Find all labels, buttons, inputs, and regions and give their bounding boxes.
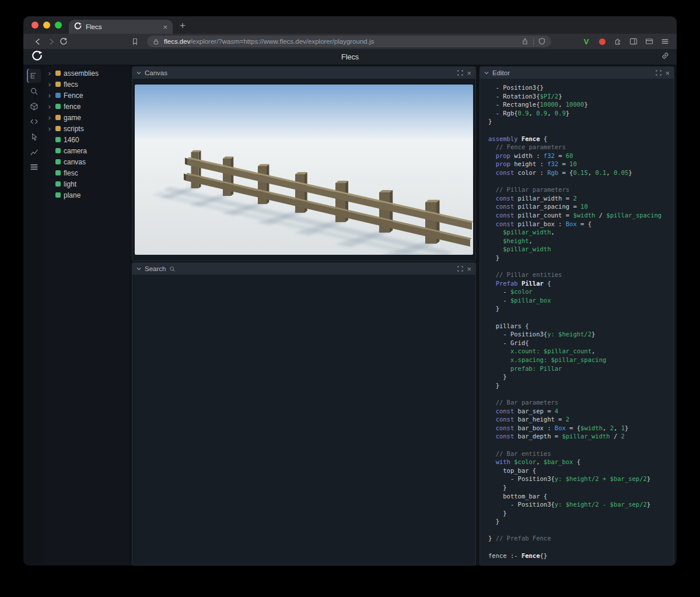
code-editor-icon[interactable] — [27, 114, 41, 128]
tab-close-icon[interactable]: × — [163, 23, 167, 31]
tree-item-game[interactable]: ›game — [44, 112, 130, 123]
reload-button[interactable] — [57, 35, 70, 48]
extension-red-dot-icon[interactable] — [596, 36, 608, 47]
padlock-icon[interactable] — [152, 38, 160, 45]
entity-tree: ›assemblies›flecs›Fence›fence›game›scrip… — [44, 65, 130, 566]
entity-label: flecs — [64, 80, 78, 89]
sidebar-toggle-icon[interactable] — [628, 36, 639, 47]
stats-chart-icon[interactable] — [27, 145, 41, 159]
search-panel-title: Search — [145, 265, 166, 272]
entity-label: light — [64, 180, 76, 188]
back-button[interactable] — [32, 35, 44, 48]
search-panel: Search × — [132, 262, 476, 566]
new-tab-button[interactable]: + — [180, 20, 186, 31]
share-link-icon[interactable] — [661, 51, 670, 62]
tree-item-Fence[interactable]: ›Fence — [44, 90, 130, 101]
query-search-icon[interactable] — [27, 84, 41, 98]
bookmark-icon[interactable] — [128, 35, 141, 48]
cube-entities-icon[interactable] — [27, 99, 41, 113]
editor-panel-title: Editor — [492, 69, 510, 76]
tab-favicon-flecs-icon — [74, 22, 82, 32]
entity-tree-icon[interactable] — [27, 69, 41, 83]
entity-label: canvas — [64, 158, 86, 166]
tab-title: Flecs — [86, 23, 159, 30]
traffic-lights — [23, 22, 69, 34]
close-panel-icon[interactable]: × — [665, 69, 670, 77]
entity-color-dot — [55, 71, 61, 76]
app-header: Flecs — [23, 49, 677, 65]
tree-item-canvas[interactable]: ›canvas — [44, 156, 130, 167]
entity-color-dot — [55, 181, 61, 187]
expand-panel-icon[interactable] — [457, 70, 463, 76]
entity-label: flesc — [64, 169, 78, 177]
editor-panel-header: Editor × — [480, 67, 674, 79]
entity-color-dot — [55, 192, 61, 198]
code-editor[interactable]: - Position3{} - Rotation3{$PI/2} - Recta… — [488, 83, 674, 560]
extensions-puzzle-icon[interactable] — [612, 36, 624, 47]
inspect-cursor-icon[interactable] — [27, 129, 41, 143]
tree-item-camera[interactable]: ›camera — [44, 145, 130, 156]
expand-arrow-icon[interactable]: › — [47, 80, 52, 88]
window-minimize-button[interactable] — [43, 22, 50, 29]
close-panel-icon[interactable]: × — [467, 69, 471, 77]
expand-arrow-icon[interactable]: › — [47, 103, 52, 110]
entity-label: assemblies — [64, 69, 99, 78]
tree-item-assemblies[interactable]: ›assemblies — [44, 68, 130, 79]
tab-strip: Flecs × + — [23, 16, 677, 34]
wallet-icon[interactable] — [643, 36, 655, 47]
tree-item-light[interactable]: ›light — [44, 178, 130, 189]
entity-color-dot — [55, 137, 61, 142]
canvas-panel-body — [132, 79, 475, 261]
editor-panel: Editor × - Position3{} - Rotation3{$PI/2… — [480, 66, 674, 566]
table-rows-icon[interactable] — [27, 160, 41, 174]
search-panel-body — [132, 275, 475, 565]
collapse-chevron-icon[interactable] — [136, 71, 141, 75]
extension-v-icon[interactable]: V — [580, 36, 592, 47]
entity-label: fence — [64, 103, 80, 111]
tree-item-1460[interactable]: ›1460 — [44, 134, 130, 145]
entity-label: 1460 — [64, 136, 79, 144]
expand-arrow-icon[interactable]: › — [47, 92, 52, 99]
page-title: Flecs — [23, 53, 677, 61]
divider — [533, 38, 534, 45]
expand-panel-icon[interactable] — [656, 70, 662, 76]
entity-color-dot — [55, 104, 61, 109]
search-panel-header: Search × — [132, 263, 475, 275]
tree-item-scripts[interactable]: ›scripts — [44, 123, 130, 134]
3d-canvas-viewport[interactable] — [135, 85, 473, 255]
entity-color-dot — [55, 148, 61, 153]
expand-arrow-icon[interactable]: › — [47, 69, 52, 77]
entity-color-dot — [55, 93, 61, 98]
address-bar[interactable]: flecs.dev/explorer/?wasm=https://www.fle… — [147, 36, 551, 47]
middle-column: Canvas × — [132, 65, 476, 566]
menu-hamburger-icon[interactable] — [659, 36, 671, 47]
expand-panel-icon[interactable] — [457, 266, 463, 272]
entity-color-dot — [55, 159, 61, 164]
entity-color-dot — [55, 82, 61, 87]
url-text: flecs.dev/explorer/?wasm=https://www.fle… — [164, 38, 517, 45]
collapse-chevron-icon[interactable] — [136, 267, 141, 271]
entity-color-dot — [55, 115, 61, 120]
expand-arrow-icon[interactable]: › — [47, 125, 52, 132]
browser-tab[interactable]: Flecs × — [69, 20, 173, 34]
browser-toolbar: flecs.dev/explorer/?wasm=https://www.fle… — [23, 34, 677, 49]
app-content: ›assemblies›flecs›Fence›fence›game›scrip… — [23, 65, 677, 566]
tree-item-fence[interactable]: ›fence — [44, 101, 130, 112]
flecs-explorer-app: Flecs — [23, 49, 677, 566]
tree-item-flecs[interactable]: ›flecs — [44, 79, 130, 90]
tree-item-flesc[interactable]: ›flesc — [44, 167, 130, 178]
tree-item-plane[interactable]: ›plane — [44, 189, 130, 201]
canvas-panel-header: Canvas × — [132, 67, 475, 79]
forward-button[interactable] — [44, 35, 57, 48]
entity-label: scripts — [64, 125, 84, 133]
expand-arrow-icon[interactable]: › — [47, 114, 52, 121]
canvas-panel-title: Canvas — [145, 69, 167, 76]
share-icon[interactable] — [521, 37, 529, 45]
window-zoom-button[interactable] — [55, 22, 62, 29]
entity-color-dot — [55, 170, 61, 175]
close-panel-icon[interactable]: × — [467, 265, 471, 273]
editor-panel-body: - Position3{} - Rotation3{$PI/2} - Recta… — [480, 79, 674, 565]
collapse-chevron-icon[interactable] — [484, 71, 489, 75]
brave-shield-icon[interactable] — [538, 37, 546, 45]
window-close-button[interactable] — [32, 22, 38, 29]
